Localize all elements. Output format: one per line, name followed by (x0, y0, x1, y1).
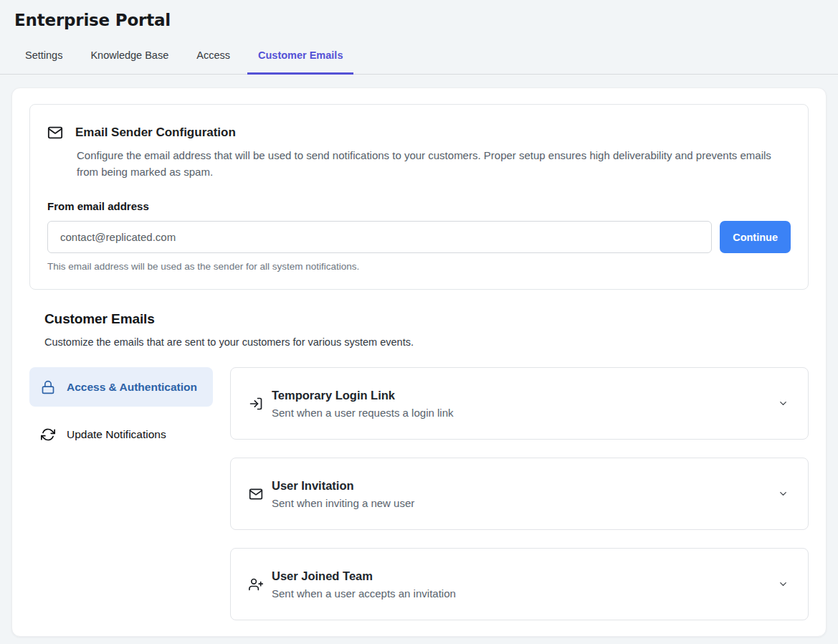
from-email-helper: This email address will be used as the s… (47, 261, 791, 272)
mail-icon (47, 125, 63, 141)
lock-icon (41, 378, 55, 394)
tab-knowledge-base[interactable]: Knowledge Base (80, 42, 179, 74)
email-card-title: User Joined Team (272, 569, 778, 583)
email-sender-header: Email Sender Configuration (47, 125, 791, 141)
customer-emails-layout: Access & Authentication Update Notificat… (29, 367, 809, 620)
tab-bar: Settings Knowledge Base Access Customer … (0, 42, 838, 75)
customer-emails-section: Customer Emails Customize the emails tha… (29, 311, 809, 620)
email-card-subtitle: Sent when a user requests a login link (272, 407, 778, 419)
tab-access[interactable]: Access (186, 42, 241, 74)
customer-emails-description: Customize the emails that are sent to yo… (44, 336, 809, 348)
email-sender-card: Email Sender Configuration Configure the… (29, 104, 809, 290)
refresh-icon (41, 425, 55, 442)
email-card-subtitle: Sent when inviting a new user (272, 497, 778, 509)
email-card-user-joined-team[interactable]: User Joined Team Sent when a user accept… (230, 548, 809, 620)
continue-button[interactable]: Continue (720, 221, 791, 253)
email-sender-description: Configure the email address that will be… (77, 147, 786, 180)
category-label: Update Notifications (67, 425, 166, 443)
from-email-label: From email address (47, 200, 791, 212)
user-plus-icon (249, 577, 263, 592)
chevron-down-icon[interactable] (778, 398, 789, 409)
customer-emails-title: Customer Emails (44, 311, 809, 327)
mail-icon (249, 487, 263, 501)
category-update-notifications[interactable]: Update Notifications (29, 415, 213, 454)
page-title: Enterprise Portal (14, 11, 824, 29)
email-category-list: Access & Authentication Update Notificat… (29, 367, 213, 454)
category-label: Access & Authentication (67, 378, 197, 396)
from-email-row: Continue (47, 221, 791, 253)
email-template-list: Temporary Login Link Sent when a user re… (230, 367, 809, 620)
email-card-title: Temporary Login Link (272, 389, 778, 402)
from-email-input[interactable] (47, 221, 712, 253)
email-sender-title: Email Sender Configuration (75, 126, 236, 140)
email-card-subtitle: Sent when a user accepts an invitation (272, 587, 778, 600)
email-card-temporary-login-link[interactable]: Temporary Login Link Sent when a user re… (230, 367, 809, 440)
chevron-down-icon[interactable] (778, 488, 789, 499)
tab-customer-emails[interactable]: Customer Emails (247, 42, 353, 74)
email-card-title: User Invitation (272, 479, 778, 493)
email-card-user-invitation[interactable]: User Invitation Sent when inviting a new… (230, 458, 809, 530)
app-header: Enterprise Portal (0, 0, 838, 29)
chevron-down-icon[interactable] (778, 579, 789, 589)
log-in-icon (249, 397, 263, 411)
content-card: Email Sender Configuration Configure the… (11, 87, 827, 637)
category-access-authentication[interactable]: Access & Authentication (29, 367, 213, 407)
tab-settings[interactable]: Settings (14, 42, 73, 74)
